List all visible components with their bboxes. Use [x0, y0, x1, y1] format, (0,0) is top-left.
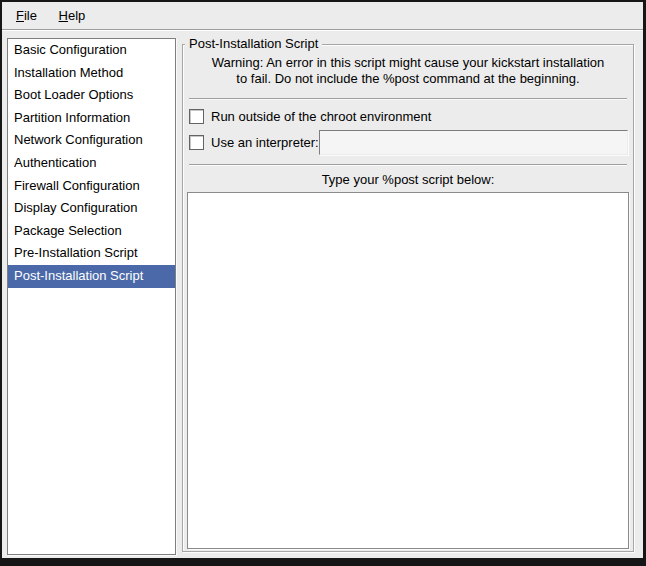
interpreter-input[interactable]: [319, 130, 628, 155]
sidebar-item-authentication[interactable]: Authentication: [8, 152, 175, 175]
sidebar-item-post-installation-script[interactable]: Post-Installation Script: [8, 265, 175, 288]
sidebar-item-installation-method[interactable]: Installation Method: [8, 62, 175, 85]
menu-file[interactable]: File: [7, 2, 46, 24]
warning-line-1: Warning: An error in this script might c…: [183, 55, 633, 71]
separator: [189, 98, 627, 100]
menubar: File Help: [2, 2, 643, 30]
post-script-label: Type your %post script below:: [183, 172, 633, 187]
sidebar-item-basic-configuration[interactable]: Basic Configuration: [8, 39, 175, 62]
app-window: File Help Basic Configuration Installati…: [0, 0, 646, 566]
sidebar-item-partition-information[interactable]: Partition Information: [8, 107, 175, 130]
chroot-checkbox-row[interactable]: Run outside of the chroot environment: [189, 107, 431, 125]
warning-text: Warning: An error in this script might c…: [183, 55, 633, 87]
post-installation-frame: Post-Installation Script Warning: An err…: [182, 44, 634, 552]
sidebar-item-network-configuration[interactable]: Network Configuration: [8, 129, 175, 152]
chroot-checkbox-label: Run outside of the chroot environment: [211, 109, 431, 124]
frame-title: Post-Installation Script: [185, 36, 322, 51]
sidebar-item-boot-loader-options[interactable]: Boot Loader Options: [8, 84, 175, 107]
separator: [189, 164, 627, 166]
sidebar-item-pre-installation-script[interactable]: Pre-Installation Script: [8, 242, 175, 265]
interpreter-checkbox-label: Use an interpreter:: [211, 135, 319, 150]
sidebar-item-firewall-configuration[interactable]: Firewall Configuration: [8, 175, 175, 198]
post-script-textarea[interactable]: [187, 192, 629, 549]
sidebar-item-package-selection[interactable]: Package Selection: [8, 220, 175, 243]
interpreter-checkbox-row[interactable]: Use an interpreter:: [189, 133, 319, 151]
sidebar-list: Basic Configuration Installation Method …: [7, 38, 176, 555]
sidebar-item-display-configuration[interactable]: Display Configuration: [8, 197, 175, 220]
menu-help[interactable]: Help: [50, 2, 95, 24]
interpreter-checkbox[interactable]: [189, 135, 204, 150]
chroot-checkbox[interactable]: [189, 109, 204, 124]
warning-line-2: to fail. Do not include the %post comman…: [183, 71, 633, 87]
